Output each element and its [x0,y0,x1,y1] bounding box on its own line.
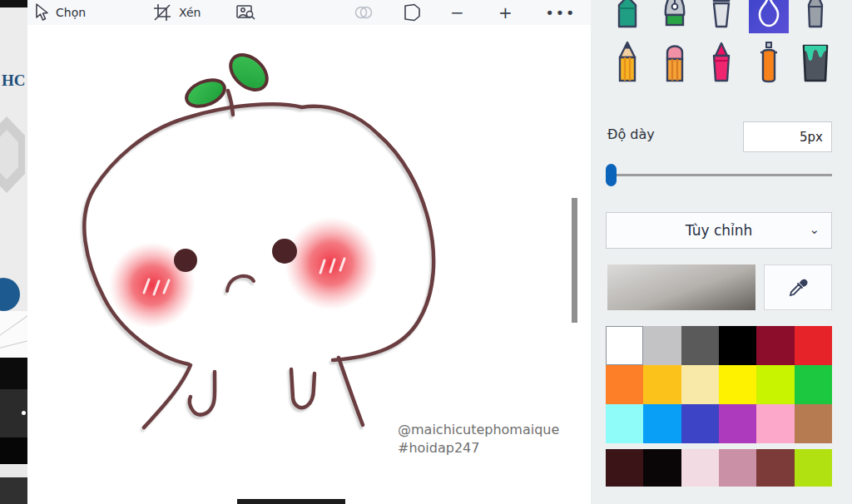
custom-color-swatch[interactable] [795,449,832,487]
custom-color-swatch[interactable] [719,449,756,487]
custom-color-swatch[interactable] [643,449,681,487]
oil-brush-icon [706,0,736,32]
background-dark-block [0,437,27,464]
brush-row-1 [607,0,835,33]
color-swatch[interactable] [719,326,756,365]
oil-brush-tool[interactable] [701,0,741,33]
color-swatch[interactable] [795,404,832,443]
signature-line2: #hoidap247 [398,439,559,457]
magic-select-button[interactable] [235,0,257,25]
spray-can-tool[interactable] [749,40,789,86]
color-swatch[interactable] [606,365,643,404]
overlapping-shapes-icon [354,3,374,22]
zoom-out-button[interactable]: − [450,0,464,25]
top-toolbar: Chọn Xén − + [27,0,591,25]
custom-color-swatch[interactable] [681,449,719,487]
custom-color-swatch[interactable] [756,449,794,487]
wireframe-graphic [0,311,27,358]
color-palette [606,326,832,443]
color-swatch[interactable] [681,404,719,443]
color-swatch[interactable] [756,326,794,365]
more-options-button[interactable]: ∙∙∙ [545,0,576,25]
crop-button-label[interactable]: Xén [179,0,201,25]
color-swatch[interactable] [606,326,643,365]
background-light-strip [0,464,27,477]
minus-icon: − [450,4,464,21]
eraser-icon [660,41,690,86]
drawing-canvas[interactable]: @maichicutephomaique #hoidap247 [27,25,591,504]
background-window-heading: HC [2,72,26,90]
artist-signature: @maichicutephomaique #hoidap247 [398,421,559,457]
small-white-dot [22,411,26,415]
cursor-icon [32,2,51,22]
color-swatch[interactable] [756,404,794,443]
magic-select-icon [235,2,257,22]
thickness-input[interactable]: 5px [743,121,832,152]
pixel-pen-tool[interactable] [795,0,835,33]
watercolor-tool[interactable] [749,0,789,33]
select-button[interactable] [32,0,51,25]
background-dark-block [0,358,27,389]
thickness-slider-thumb[interactable] [606,164,617,186]
pencil-tool[interactable] [607,40,647,86]
sticker-button-disabled [354,0,374,25]
current-color-preview [607,264,755,310]
color-swatch[interactable] [795,326,832,365]
crayon-tool[interactable] [701,40,741,86]
background-window-strip: HC [0,0,27,504]
plus-icon: + [498,4,513,21]
spray-can-icon [754,41,784,86]
eyedropper-icon [787,277,809,299]
pixel-pen-icon [801,0,830,32]
color-swatch[interactable] [643,365,681,404]
customize-dropdown[interactable]: Tùy chỉnh ⌄ [606,212,832,249]
crop-button[interactable] [152,0,172,25]
3d-view-button[interactable] [400,0,422,25]
color-swatch[interactable] [756,365,794,404]
custom-color-swatch[interactable] [606,449,643,487]
blue-circle-graphic [0,278,20,311]
crop-icon [152,2,172,22]
calligraphy-pen-icon [660,0,690,32]
color-swatch[interactable] [643,404,681,443]
canvas-vertical-scrollbar[interactable] [572,198,577,323]
fill-bucket-tool[interactable] [795,40,835,86]
thickness-slider-track[interactable] [607,174,832,176]
custom-color-palette [606,449,832,487]
color-swatch[interactable] [681,326,719,365]
background-dark-block [0,477,27,504]
thickness-label: Độ dày [607,126,655,142]
canvas-bottom-bar [237,499,345,504]
select-button-label[interactable]: Chọn [56,0,86,25]
3d-view-icon [400,2,422,23]
customize-dropdown-label: Tùy chỉnh [686,222,753,239]
marker-tool[interactable] [607,0,647,33]
color-swatch[interactable] [681,365,719,404]
marker-icon [612,0,642,32]
fill-bucket-icon [799,41,832,86]
pencil-icon [612,41,642,86]
tools-panel: Độ dày 5px Tùy chỉnh ⌄ [591,0,852,504]
ellipsis-icon: ∙∙∙ [545,5,576,20]
signature-line1: @maichicutephomaique [398,421,559,439]
calligraphy-pen-tool[interactable] [655,0,695,33]
watercolor-icon [755,0,783,31]
eyedropper-button[interactable] [764,264,832,310]
color-swatch[interactable] [719,404,756,443]
zoom-in-button[interactable]: + [498,0,513,25]
color-swatch[interactable] [606,404,643,443]
color-swatch[interactable] [643,326,681,365]
hexagon-graphic [0,116,25,193]
crayon-icon [707,41,736,86]
chevron-down-icon: ⌄ [809,222,820,237]
eraser-tool[interactable] [655,40,695,86]
brush-row-2 [607,40,835,86]
thickness-value: 5px [800,130,823,145]
color-swatch[interactable] [719,365,756,404]
background-window-titlebar [0,0,27,7]
color-swatch[interactable] [795,365,832,404]
